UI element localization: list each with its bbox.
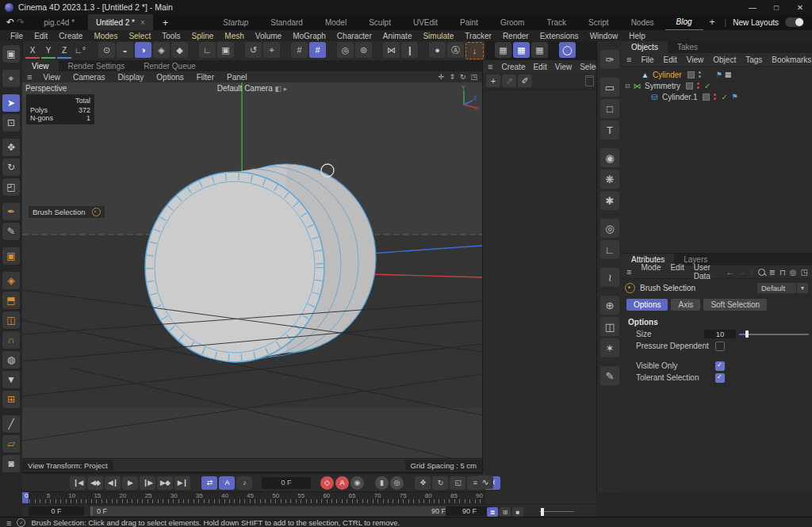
menu-window[interactable]: Window [584, 32, 624, 40]
enabled-check-icon[interactable]: ✓ [721, 93, 729, 101]
scale-tool-icon[interactable]: ◰ [2, 178, 20, 196]
attr-search-icon[interactable] [758, 269, 765, 276]
move-tool-icon[interactable]: ✥ [2, 139, 20, 156]
timeline-zoom-handle[interactable] [541, 508, 544, 516]
layout-groom[interactable]: Groom [489, 14, 536, 30]
menu-extensions[interactable]: Extensions [534, 32, 584, 40]
om-menu-tags[interactable]: Tags [741, 55, 767, 64]
range-start-field[interactable]: 0 F [29, 506, 84, 516]
layout-model[interactable]: Model [314, 14, 358, 30]
prev-frame-button[interactable]: ◀❙ [105, 476, 121, 490]
attr-back-icon[interactable]: ← [726, 268, 734, 277]
object-row-cylinder[interactable]: ▲ Cylinder ⚑ ▦ [622, 69, 812, 80]
sound-button[interactable]: ♪ [236, 476, 252, 490]
menu-character[interactable]: Character [331, 32, 377, 40]
x-axis-lock-button[interactable]: X [25, 43, 40, 59]
menu-tools[interactable]: Tools [156, 32, 186, 40]
render-settings-icon[interactable]: ▦ [531, 42, 548, 58]
rectangle-selection-icon[interactable]: ⊡ [2, 114, 20, 132]
phong-tag-icon[interactable]: ⚑ [731, 93, 737, 101]
close-button[interactable]: ✕ [788, 0, 812, 14]
visible-only-checkbox[interactable] [715, 361, 725, 371]
tab-view[interactable]: View [22, 60, 59, 71]
brush-selection-tool-icon[interactable]: ↓ [465, 42, 484, 59]
object-row-symmetry[interactable]: ⊟ ⋈ Symmetry ✓ [622, 80, 812, 91]
menu-select[interactable]: Select [123, 32, 156, 40]
cluster-icon[interactable]: ⊞ [2, 391, 20, 408]
attr-target-icon[interactable]: ◎ [790, 268, 797, 277]
size-input[interactable]: 10 [704, 330, 736, 338]
enable-axis-icon[interactable]: ∟ [199, 42, 216, 58]
size-slider[interactable] [739, 330, 809, 338]
play-button[interactable]: ▶ [122, 476, 138, 490]
symmetry-icon[interactable]: ⋈ [383, 42, 400, 58]
object-label[interactable]: Cylinder.1 [662, 93, 697, 101]
render-picture-viewer-icon[interactable]: ▦ [513, 42, 530, 58]
menu-create[interactable]: Create [53, 32, 88, 40]
vp-menu-panel[interactable]: Panel [220, 73, 254, 82]
timeline-list-view-icon[interactable]: ≣ [487, 507, 498, 517]
menu-file[interactable]: File [5, 32, 29, 40]
quantize-icon[interactable]: ◎ [337, 42, 354, 58]
attr-menu-edit[interactable]: Edit [665, 263, 688, 281]
orbit-view-icon[interactable]: ↻ [460, 73, 466, 81]
soft-selection-icon[interactable]: ◍ [2, 351, 20, 369]
weld-mask-icon[interactable]: ▼ [2, 371, 20, 388]
close-hole-icon[interactable]: ◙ [2, 455, 20, 472]
annotate-icon[interactable]: ✎ [600, 366, 619, 385]
menu-animate[interactable]: Animate [377, 32, 418, 40]
layout-nodes[interactable]: Nodes [620, 14, 665, 30]
key-rotation-button[interactable]: ◎ [390, 476, 404, 490]
next-key-button[interactable]: ▶◆ [157, 476, 173, 490]
primitive-cube-icon[interactable]: □ [600, 99, 619, 118]
text-object-icon[interactable]: T [600, 120, 619, 139]
menu-tracker[interactable]: Tracker [459, 32, 497, 40]
preset-dropdown-arrow[interactable]: ▾ [797, 282, 809, 294]
close-tab-icon[interactable]: × [140, 18, 145, 27]
vp-menu-filter[interactable]: Filter [190, 73, 220, 82]
menu-volume[interactable]: Volume [250, 32, 287, 40]
key-position-button[interactable]: ▮ [375, 476, 389, 490]
om-hamburger-icon[interactable]: ≡ [626, 55, 631, 64]
expander-icon[interactable]: ⊟ [625, 82, 632, 90]
workplane-lock-button[interactable]: ∟° [73, 43, 87, 59]
edges-mode-icon[interactable]: ◒ [117, 42, 133, 58]
rotate-tool-icon[interactable]: ↻ [2, 158, 20, 176]
om-menu-view[interactable]: View [682, 55, 709, 64]
current-frame-field[interactable]: 0 F [262, 477, 311, 489]
menu-mesh[interactable]: Mesh [219, 32, 249, 40]
solo-icon[interactable]: ● [429, 42, 446, 58]
new-document-button[interactable]: + [163, 17, 169, 29]
viewport-hamburger-icon[interactable]: ≡ [27, 72, 32, 82]
texture-tag-icon[interactable]: ▦ [725, 71, 732, 78]
coord-system-icon[interactable]: ↺ [245, 42, 262, 58]
keyframe-selection-button[interactable]: ◉ [350, 476, 364, 490]
next-frame-button[interactable]: ❙▶ [140, 476, 155, 490]
material-hamburger-icon[interactable]: ≡ [488, 62, 492, 71]
size-slider-handle[interactable] [745, 330, 749, 338]
menu-edit[interactable]: Edit [29, 32, 53, 40]
attr-menu-mode[interactable]: Mode [636, 263, 665, 281]
layout-script[interactable]: Script [577, 14, 620, 30]
vp-menu-options[interactable]: Options [150, 73, 190, 82]
extrude-tool-icon[interactable]: ▣ [2, 247, 20, 265]
redo-icon[interactable]: ↷ [17, 17, 25, 28]
new-material-button[interactable]: + [486, 74, 500, 87]
status-hamburger-icon[interactable]: ≡ [6, 518, 11, 527]
attr-popout-icon[interactable]: ◳ [801, 268, 808, 277]
doc-tab-pig-c4d[interactable]: pig.c4d * [36, 14, 88, 30]
viewport-canvas[interactable]: Perspective Default Camera ◧ ▸ Y X Z Tot… [22, 82, 482, 458]
polygon-pen-icon[interactable]: ✒ [2, 203, 20, 220]
vp-menu-display[interactable]: Display [112, 73, 151, 82]
layout-blog[interactable]: Blog [665, 13, 703, 31]
attr-lock-icon[interactable]: ⊓ [779, 268, 786, 277]
load-material-button[interactable]: ↗ [502, 74, 516, 87]
spline-primitive-icon[interactable]: ▭ [600, 78, 619, 97]
doc-tab-untitled-2[interactable]: Untitled 2 * × [88, 14, 153, 30]
menu-modes[interactable]: Modes [88, 32, 123, 40]
pressure-dependent-checkbox[interactable] [715, 342, 725, 351]
maximize-button[interactable]: □ [764, 0, 788, 14]
loop-mode-button[interactable]: ⇄ [201, 476, 217, 490]
range-end-field[interactable]: 90 F [446, 506, 493, 516]
layout-paint[interactable]: Paint [449, 14, 489, 30]
